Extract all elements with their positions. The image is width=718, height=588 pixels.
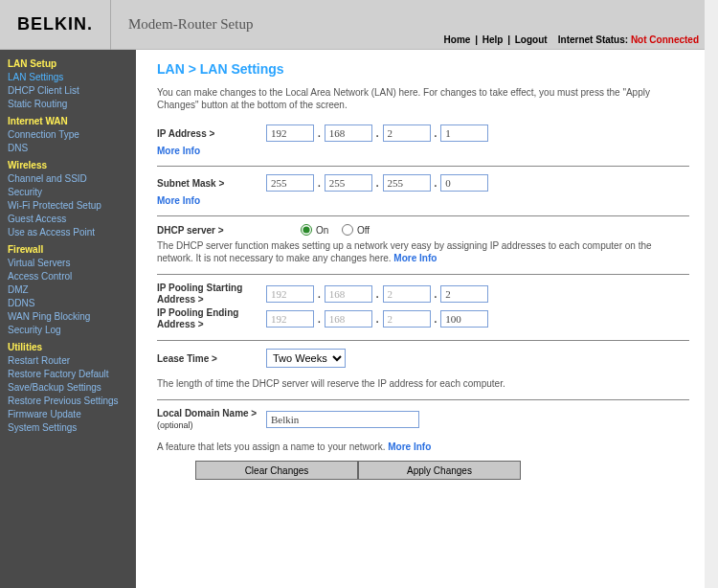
ip-dot: . [318, 289, 321, 300]
sidebar-item-lan-settings[interactable]: LAN Settings [8, 71, 128, 84]
sidebar-item-security[interactable]: Security [8, 186, 128, 199]
ip-dot: . [376, 178, 379, 189]
subnet-mask-label: Subnet Mask > [157, 178, 262, 189]
section-divider [157, 340, 689, 341]
ip-pool-start-label: IP Pooling Starting Address > [157, 283, 262, 305]
ip-dot: . [376, 128, 379, 139]
section-divider [157, 166, 689, 167]
pool-start-oct4[interactable] [440, 285, 488, 303]
sidebar-heading-firewall: Firewall [8, 243, 128, 257]
pool-end-oct3 [383, 310, 431, 328]
ip-dot: . [318, 178, 321, 189]
ip-dot: . [318, 314, 321, 325]
local-domain-description: A feature that lets you assign a name to… [157, 441, 689, 453]
dhcp-off-radio[interactable] [342, 224, 353, 236]
pool-start-oct1 [266, 285, 314, 303]
pool-start-oct3 [383, 285, 431, 303]
sidebar-item-connection-type[interactable]: Connection Type [8, 128, 128, 142]
sidebar-item-dmz[interactable]: DMZ [8, 283, 128, 297]
nav-logout[interactable]: Logout [515, 34, 548, 45]
nav-help[interactable]: Help [482, 34, 504, 45]
dhcp-off-label: Off [357, 225, 370, 236]
sidebar-item-virtual-servers[interactable]: Virtual Servers [8, 257, 128, 270]
sidebar-heading-internet-wan: Internet WAN [8, 115, 128, 128]
subnet-oct3[interactable] [383, 174, 431, 192]
sidebar-item-firmware-update[interactable]: Firmware Update [8, 408, 128, 421]
internet-status-value: Not Connected [631, 34, 699, 45]
ip-address-oct1[interactable] [266, 124, 314, 142]
lease-time-select[interactable]: Two Weeks [266, 349, 346, 368]
breadcrumb: LAN > LAN Settings [157, 61, 689, 77]
sidebar: LAN Setup LAN Settings DHCP Client List … [0, 50, 136, 588]
ip-dot: . [376, 289, 379, 300]
header-divider [110, 0, 111, 50]
ip-address-more-info[interactable]: More Info [157, 146, 200, 156]
sidebar-item-restart-router[interactable]: Restart Router [8, 354, 128, 368]
ip-pool-end-label: IP Pooling Ending Address > [157, 307, 262, 330]
logo: BELKIN. [0, 14, 110, 34]
pool-end-oct4[interactable] [440, 310, 488, 328]
sidebar-item-access-control[interactable]: Access Control [8, 270, 128, 283]
sidebar-heading-lan-setup: LAN Setup [8, 57, 128, 71]
sidebar-item-guest-access[interactable]: Guest Access [8, 213, 128, 226]
ip-dot: . [376, 314, 379, 325]
sidebar-item-security-log[interactable]: Security Log [8, 324, 128, 337]
dhcp-server-label: DHCP server > [157, 225, 262, 236]
sidebar-item-channel-ssid[interactable]: Channel and SSID [8, 172, 128, 186]
lease-time-label: Lease Time > [157, 353, 262, 364]
sidebar-item-system-settings[interactable]: System Settings [8, 421, 128, 435]
section-divider [157, 215, 689, 216]
ip-dot: . [435, 289, 438, 300]
sidebar-item-wan-ping-blocking[interactable]: WAN Ping Blocking [8, 310, 128, 324]
sidebar-item-dns[interactable]: DNS [8, 142, 128, 155]
content-pane: LAN > LAN Settings You can make changes … [136, 50, 705, 588]
intro-text: You can make changes to the Local Area N… [157, 86, 689, 111]
ip-dot: . [435, 178, 438, 189]
subnet-oct1[interactable] [266, 174, 314, 192]
lease-time-description: The length of time the DHCP server will … [157, 377, 689, 390]
sidebar-item-save-backup-settings[interactable]: Save/Backup Settings [8, 381, 128, 395]
pool-end-oct2 [325, 310, 372, 328]
nav-sep: | [473, 34, 480, 45]
internet-status-label: Internet Status: [558, 34, 631, 45]
dhcp-description: The DHCP server function makes setting u… [157, 239, 689, 264]
ip-address-oct3[interactable] [383, 124, 431, 142]
sidebar-item-dhcp-client-list[interactable]: DHCP Client List [8, 84, 128, 98]
sidebar-item-restore-previous-settings[interactable]: Restore Previous Settings [8, 395, 128, 408]
ip-address-oct2[interactable] [325, 124, 372, 142]
section-divider [157, 399, 689, 400]
top-nav: Home | Help | Logout Internet Status: No… [444, 34, 699, 45]
sidebar-heading-wireless: Wireless [8, 159, 128, 172]
product-title: Modem-Router Setup [128, 16, 253, 33]
subnet-more-info[interactable]: More Info [157, 195, 200, 206]
apply-changes-button[interactable]: Apply Changes [358, 461, 521, 480]
sidebar-item-restore-factory-default[interactable]: Restore Factory Default [8, 368, 128, 381]
sidebar-heading-utilities: Utilities [8, 341, 128, 354]
sidebar-item-use-as-access-point[interactable]: Use as Access Point [8, 226, 128, 239]
dhcp-on-radio[interactable] [301, 224, 312, 236]
nav-sep: | [505, 34, 512, 45]
ip-address-oct4[interactable] [440, 124, 488, 142]
local-domain-input[interactable] [266, 411, 419, 428]
clear-changes-button[interactable]: Clear Changes [195, 461, 358, 480]
dhcp-more-info[interactable]: More Info [393, 252, 437, 264]
sidebar-item-ddns[interactable]: DDNS [8, 297, 128, 310]
subnet-oct4[interactable] [440, 174, 488, 192]
pool-end-oct1 [266, 310, 314, 328]
ip-dot: . [435, 128, 438, 139]
ip-address-label: IP Address > [157, 128, 262, 139]
pool-start-oct2 [325, 285, 372, 303]
section-divider [157, 274, 689, 275]
header-bar: BELKIN. Modem-Router Setup Home | Help |… [0, 0, 705, 50]
local-domain-label: Local Domain Name > (optional) [157, 408, 262, 431]
sidebar-item-wifi-protected-setup[interactable]: Wi-Fi Protected Setup [8, 199, 128, 213]
nav-home[interactable]: Home [444, 34, 471, 45]
sidebar-item-static-routing[interactable]: Static Routing [8, 98, 128, 111]
dhcp-on-label: On [316, 225, 328, 236]
subnet-oct2[interactable] [325, 174, 372, 192]
domain-more-info[interactable]: More Info [388, 441, 431, 453]
ip-dot: . [318, 128, 321, 139]
ip-dot: . [435, 314, 438, 325]
